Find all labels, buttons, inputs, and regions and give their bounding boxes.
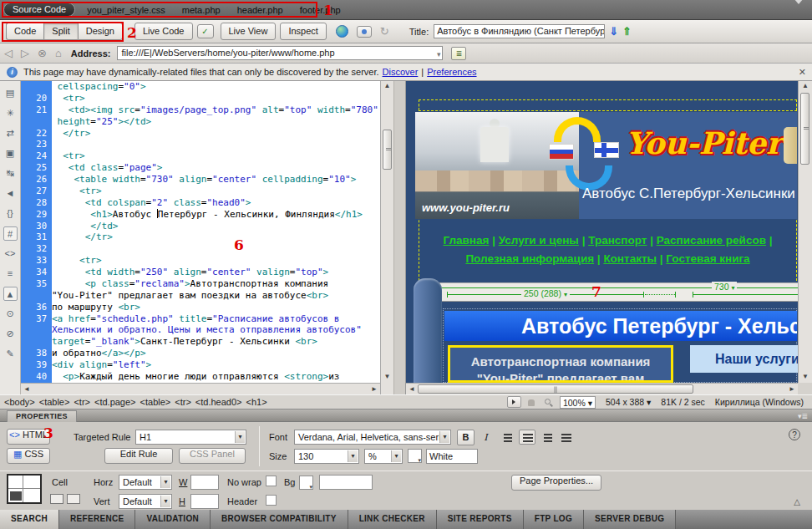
code-line[interactable]: <td class="page"> — [52, 162, 380, 174]
h-input[interactable] — [190, 494, 219, 509]
edit-rule-button[interactable]: Edit Rule — [104, 448, 173, 464]
bg-color-input[interactable] — [319, 475, 373, 490]
select-parent-tag-icon[interactable]: ◄ — [3, 186, 18, 201]
code-line[interactable]: height="25"></td> — [52, 116, 380, 128]
code-line[interactable]: <td width="250" align="center" valign="t… — [52, 267, 380, 278]
snippets-icon[interactable]: ✳ — [3, 106, 18, 120]
code-line[interactable]: </tr> — [52, 128, 380, 140]
close-infobar-icon[interactable]: ✕ — [799, 67, 806, 78]
properties-tab[interactable]: PROPERTIES — [7, 410, 77, 422]
stop-icon[interactable]: ⊗ — [38, 47, 47, 59]
design-vertical-scrollbar[interactable]: ▲ ▼ — [798, 81, 812, 383]
tag-selector-item[interactable]: <tr> — [175, 397, 191, 407]
line-numbers-icon[interactable]: # — [3, 226, 18, 241]
tag-selector-item[interactable]: <tr> — [74, 397, 90, 407]
code-line[interactable]: </tr> — [52, 231, 380, 243]
tag-selector-item[interactable]: <td.head0> — [195, 397, 242, 407]
code-line[interactable]: <tr> — [52, 93, 380, 104]
nav-link[interactable]: Полезная информация — [465, 252, 594, 265]
code-line[interactable]: <td><img src="images/page_top.png" alt="… — [52, 104, 380, 116]
size-unit-combo[interactable]: %▾ — [364, 449, 403, 464]
code-line[interactable]: cellspacing="0"> — [52, 81, 380, 93]
word-wrap-icon[interactable]: ≡ — [3, 267, 18, 281]
results-tab-reference[interactable]: REFERENCE — [59, 510, 135, 529]
window-size-combo[interactable]: 504 x 388 ▾ — [606, 397, 651, 407]
code-line[interactable]: по маршруту <br> — [52, 302, 380, 313]
filter-funnel-icon[interactable] — [794, 4, 805, 15]
horz-combo[interactable]: Default▾ — [119, 475, 172, 490]
italic-button[interactable]: I — [477, 430, 495, 445]
code-line[interactable]: <table width="730" align="center" cellpa… — [52, 174, 380, 186]
code-line[interactable]: <p class="reclama">Автотранспортная комп… — [52, 278, 380, 290]
hand-tool-icon[interactable] — [524, 396, 538, 408]
select-tool-icon[interactable] — [507, 396, 521, 408]
table-width-label[interactable]: 730 ▾ — [712, 282, 737, 292]
forward-icon[interactable]: ▷ — [21, 47, 29, 59]
code-line[interactable]: <h1>Автобус Петербург - Хельсинки, Финля… — [52, 209, 380, 221]
file-put-icon[interactable]: ⇑ — [622, 25, 632, 38]
nav-link[interactable]: Транспорт — [588, 234, 647, 247]
results-tab-ftp-log[interactable]: FTP LOG — [524, 510, 584, 529]
align-justify-button[interactable] — [557, 430, 574, 445]
results-tab-server-debug[interactable]: SERVER DEBUG — [584, 510, 676, 529]
code-line[interactable] — [52, 243, 380, 255]
title-input[interactable]: Автобус в Финляндию (Санкт Петербург - Х… — [434, 24, 605, 38]
bold-button[interactable]: B — [457, 430, 475, 445]
nowrap-checkbox[interactable] — [266, 476, 277, 486]
vert-combo[interactable]: Default▾ — [119, 494, 172, 509]
discover-link[interactable]: Discover — [383, 67, 419, 77]
align-center-button[interactable] — [519, 430, 535, 445]
help-icon[interactable]: ? — [789, 429, 800, 440]
nav-link[interactable]: Главная — [444, 234, 490, 247]
nav-link[interactable]: Услуги и цены — [499, 234, 579, 247]
merge-cells-icon[interactable] — [50, 494, 63, 504]
address-dropdown-icon[interactable]: ▾ — [437, 48, 441, 61]
apply-comment-icon[interactable]: ⊙ — [3, 307, 18, 321]
design-h1-heading[interactable]: Автобус Петербург - Хельсин — [444, 311, 797, 341]
align-right-button[interactable] — [538, 430, 555, 445]
tag-selector-item[interactable]: <table> — [39, 397, 70, 407]
design-horizontal-scrollbar[interactable]: ◄ ► — [406, 383, 798, 394]
results-tab-validation[interactable]: VALIDATION — [135, 510, 211, 529]
tag-selector-item[interactable]: <td.page> — [94, 397, 136, 407]
check-browser-compat-icon[interactable]: ✓ — [197, 24, 214, 38]
column-width-label[interactable]: 250 (288) ▾ — [521, 288, 570, 298]
code-editor[interactable]: cellspacing="0"> <tr> <td><img src="imag… — [52, 81, 380, 383]
indent-code-icon[interactable]: ✎ — [3, 347, 18, 361]
w-input[interactable] — [190, 475, 219, 490]
page-properties-button[interactable]: Page Properties... — [511, 475, 601, 491]
visual-aids-icon[interactable] — [357, 26, 372, 38]
zoom-tool-icon[interactable] — [540, 396, 555, 408]
tag-selector-item[interactable]: <h1> — [246, 397, 267, 407]
promo-box[interactable]: Автотранспортная компания "You-Piter" пр… — [448, 345, 673, 383]
collapse-full-tag-icon[interactable]: ⇄ — [3, 126, 18, 140]
code-line[interactable]: </td> — [52, 221, 380, 232]
live-code-button[interactable]: Live Code — [134, 23, 193, 40]
open-documents-icon[interactable]: ▤ — [3, 86, 18, 100]
bg-color-swatch[interactable] — [299, 476, 313, 490]
expand-all-icon[interactable]: ↹ — [3, 166, 18, 181]
refresh-icon[interactable]: ↻ — [380, 25, 389, 38]
design-canvas[interactable]: www.you-piter.ru You-Piter Автобус С.Пет… — [406, 81, 798, 383]
design-pane[interactable]: www.you-piter.ru You-Piter Автобус С.Пет… — [406, 81, 812, 394]
zoom-level-combo[interactable]: 100% ▾ — [560, 396, 596, 409]
code-line[interactable]: target="_blank">Санкт-Петербург - Хельси… — [52, 336, 380, 348]
nav-link[interactable]: Контакты — [603, 252, 657, 265]
code-horizontal-scrollbar[interactable]: ◄ ► — [21, 383, 380, 394]
code-vertical-scrollbar[interactable]: ▲ ▼ — [380, 81, 393, 394]
code-line[interactable]: <tr> — [52, 255, 380, 267]
live-view-button[interactable]: Live View — [221, 23, 277, 40]
code-line[interactable]: <a href="schedule.php" title="Расписание… — [52, 313, 380, 325]
size-combo[interactable]: 130▾ — [294, 449, 359, 464]
results-tab-search[interactable]: SEARCH — [0, 510, 59, 529]
align-left-button[interactable] — [500, 430, 516, 445]
preferences-link[interactable]: Preferences — [427, 67, 476, 77]
highlight-invalid-code-icon[interactable]: <> — [3, 247, 18, 261]
css-panel-button[interactable]: CSS Panel — [179, 448, 246, 464]
targeted-rule-combo[interactable]: H1▾ — [135, 430, 246, 445]
code-line[interactable]: <td colspan="2" class="head0"> — [52, 197, 380, 209]
split-cell-icon[interactable] — [67, 494, 80, 504]
results-tab-site-reports[interactable]: SITE REPORTS — [437, 510, 524, 529]
css-mode-button[interactable]: ▦ CSS — [7, 448, 50, 464]
file-get-icon[interactable]: ⇓ — [609, 25, 618, 38]
